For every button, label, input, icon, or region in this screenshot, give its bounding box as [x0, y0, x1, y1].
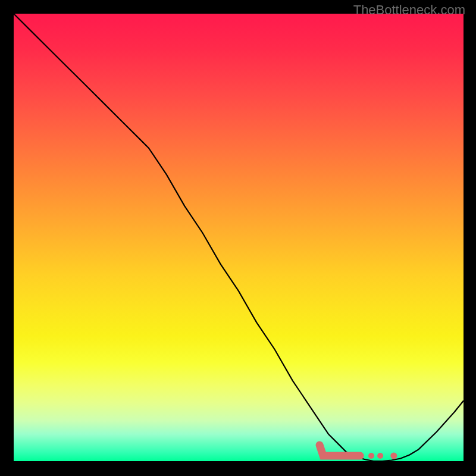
marker-band	[320, 445, 360, 456]
marker-dot	[390, 453, 397, 459]
marker-dot	[368, 453, 374, 459]
watermark-text: TheBottleneck.com	[353, 2, 465, 18]
chart-svg	[14, 14, 464, 461]
marker-dots	[368, 453, 397, 459]
marker-dot	[377, 453, 383, 459]
chart-area	[14, 14, 464, 461]
curve-line	[14, 14, 464, 461]
